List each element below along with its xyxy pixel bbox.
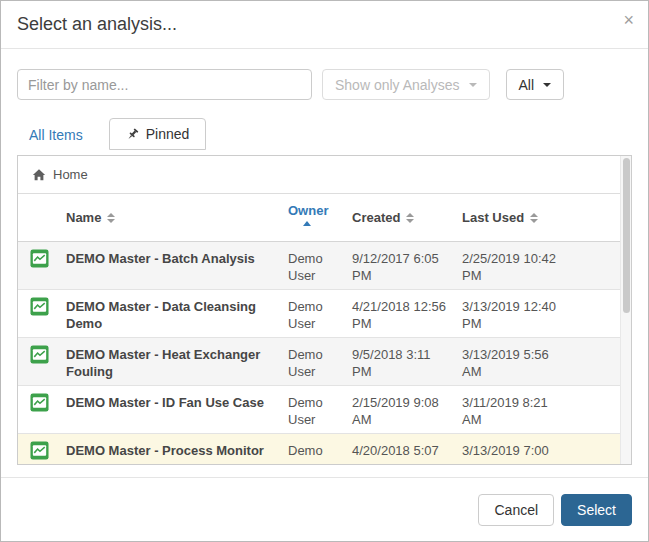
pin-icon (126, 128, 139, 141)
analysis-created: 9/12/2017 6:05 PM (352, 242, 462, 289)
table-header-row: Name Owner Created Last Used (18, 194, 620, 242)
select-analysis-modal: Select an analysis... × Show only Analys… (0, 0, 649, 542)
analysis-last-used: 3/13/2019 7:00 (462, 434, 557, 465)
chevron-down-icon (469, 83, 477, 87)
tab-bar: All Items Pinned (17, 118, 632, 150)
analysis-table-panel: Home Name Owner Created (17, 155, 632, 465)
chevron-down-icon (543, 83, 551, 87)
column-header-owner-label: Owner (288, 203, 328, 218)
filter-name-input[interactable] (17, 69, 312, 100)
analysis-created: 4/20/2018 5:07 (352, 434, 462, 465)
close-icon[interactable]: × (623, 11, 634, 29)
sort-icon (406, 213, 414, 223)
filter-row: Show only Analyses All (17, 69, 632, 100)
modal-title: Select an analysis... (17, 14, 632, 35)
analysis-icon (30, 338, 66, 385)
analysis-name: DEMO Master - ID Fan Use Case (66, 386, 288, 433)
analysis-name: DEMO Master - Process Monitor (66, 434, 288, 465)
tab-pinned-label: Pinned (146, 126, 190, 142)
column-header-last-used-label: Last Used (462, 210, 524, 225)
table-row[interactable]: DEMO Master - Process Monitor Demo 4/20/… (18, 434, 620, 465)
analysis-name: DEMO Master - Batch Analysis (66, 242, 288, 289)
column-header-owner[interactable]: Owner (288, 194, 352, 241)
analysis-name: DEMO Master - Data Cleansing Demo (66, 290, 288, 337)
column-header-last-used[interactable]: Last Used (462, 210, 620, 225)
cancel-button[interactable]: Cancel (478, 494, 554, 526)
analysis-owner: Demo User (288, 242, 346, 289)
analysis-last-used: 3/13/2019 5:56 AM (462, 338, 557, 385)
sort-icon (530, 213, 538, 223)
analysis-created: 9/5/2018 3:11 PM (352, 338, 462, 385)
breadcrumb[interactable]: Home (18, 156, 620, 194)
analysis-name: DEMO Master - Heat Exchanger Fouling (66, 338, 288, 385)
analysis-last-used: 3/11/2019 8:21 AM (462, 386, 557, 433)
column-header-created[interactable]: Created (352, 210, 462, 225)
analysis-owner: Demo User (288, 386, 346, 433)
type-filter-label: Show only Analyses (335, 77, 460, 93)
analysis-owner: Demo User (288, 290, 346, 337)
analysis-created: 4/21/2018 12:56 PM (352, 290, 462, 337)
modal-header: Select an analysis... × (1, 1, 648, 49)
column-header-name[interactable]: Name (66, 210, 288, 225)
table-row[interactable]: DEMO Master - Heat Exchanger Fouling Dem… (18, 338, 620, 386)
scope-filter-dropdown[interactable]: All (506, 69, 565, 100)
home-icon (32, 168, 46, 182)
table-row[interactable]: DEMO Master - Data Cleansing Demo Demo U… (18, 290, 620, 338)
table-row[interactable]: DEMO Master - ID Fan Use Case Demo User … (18, 386, 620, 434)
select-button[interactable]: Select (561, 494, 632, 526)
analysis-last-used: 3/13/2019 12:40 PM (462, 290, 557, 337)
analysis-icon (30, 434, 66, 465)
table-row[interactable]: DEMO Master - Batch Analysis Demo User 9… (18, 242, 620, 290)
tab-pinned[interactable]: Pinned (109, 118, 207, 150)
sort-ascending-icon (303, 221, 311, 226)
analysis-icon (30, 290, 66, 337)
panel-inner: Home Name Owner Created (18, 156, 620, 465)
analysis-owner: Demo User (288, 338, 346, 385)
column-header-name-label: Name (66, 210, 101, 225)
scrollbar[interactable] (620, 156, 631, 464)
scope-filter-label: All (519, 77, 535, 93)
type-filter-dropdown[interactable]: Show only Analyses (322, 69, 490, 100)
modal-body: Show only Analyses All All Items (1, 49, 648, 465)
analysis-created: 2/15/2019 9:08 AM (352, 386, 462, 433)
tab-all-items[interactable]: All Items (17, 120, 95, 150)
analysis-owner: Demo (288, 434, 346, 465)
sort-icon (107, 213, 115, 223)
tab-all-items-label: All Items (29, 127, 83, 143)
analysis-last-used: 2/25/2019 10:42 PM (462, 242, 557, 289)
breadcrumb-home-label: Home (53, 167, 88, 182)
modal-footer: Cancel Select (1, 477, 648, 541)
column-header-created-label: Created (352, 210, 400, 225)
scrollbar-thumb[interactable] (623, 158, 630, 313)
analysis-icon (30, 386, 66, 433)
analysis-icon (30, 242, 66, 289)
table-body: DEMO Master - Batch Analysis Demo User 9… (18, 242, 620, 465)
